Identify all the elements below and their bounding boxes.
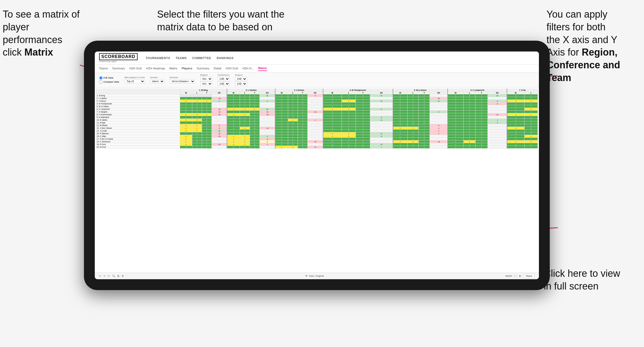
matrix-cell: 1: [419, 127, 430, 130]
gender-select[interactable]: Men's: [150, 79, 164, 83]
watch-label[interactable]: Watch: [505, 275, 512, 277]
subnav-matrix-active[interactable]: Matrix: [258, 66, 267, 71]
matrix-cell: 13: [488, 94, 507, 97]
player-name-cell: 6. C Lamprecht: [96, 108, 180, 111]
matrix-cell: 4: [488, 121, 507, 124]
matrix-cell: 2: [202, 140, 212, 143]
matrix-cell: 2: [180, 113, 192, 116]
matrix-cell: 2: [507, 105, 524, 108]
subnav-players[interactable]: Players: [182, 66, 192, 71]
matrix-cell: 1: [240, 143, 250, 146]
matrix-cell: 1: [488, 119, 507, 121]
subnav-matrix[interactable]: Matrix: [169, 66, 177, 71]
subnav-h2h-heatmap[interactable]: H2H Heatmap: [146, 66, 165, 71]
matrix-cell: 0: [298, 135, 307, 138]
subnav-detail[interactable]: Detail: [214, 66, 221, 71]
matrix-cell: 1: [192, 127, 202, 130]
matrix-cell: 1: [180, 116, 192, 119]
subnav-h2hh[interactable]: H2H H...: [242, 66, 254, 71]
matrix-cell: 1: [341, 132, 356, 135]
compact-view-radio[interactable]: [99, 80, 103, 84]
matrix-cell: 2: [240, 100, 250, 102]
matrix-cell: 1: [227, 102, 240, 105]
subnav-teams[interactable]: Teams: [99, 66, 108, 71]
nav-rankings[interactable]: RANKINGS: [217, 56, 234, 60]
matrix-cell: 1: [250, 108, 259, 111]
zoom-icon[interactable]: 🔍: [112, 275, 115, 277]
view-label[interactable]: View: Original: [309, 275, 324, 277]
matrix-cell: 1: [476, 121, 488, 124]
matrix-cell: 0: [250, 119, 259, 121]
matrix-cell: 1: [448, 121, 463, 124]
settings-icon[interactable]: ⚙: [122, 275, 124, 277]
division-select[interactable]: NCAA Division I: [170, 79, 195, 83]
subnav-summary[interactable]: Summary: [112, 66, 125, 71]
matrix-cell: 2: [393, 105, 408, 108]
bottom-bar: ↩ ↪ ↩ 🔍 ⊞ ⚙ 👁 View: Original Watch ⛶ ⊞ S…: [95, 272, 539, 279]
subnav-h2h-grid[interactable]: H2H Grid: [129, 66, 142, 71]
matrix-cell: 1: [448, 116, 463, 119]
matrix-cell: [430, 143, 448, 146]
matrix-cell: 1: [524, 116, 538, 119]
matrix-cell: 1: [476, 140, 488, 143]
full-view-radio[interactable]: [99, 76, 103, 80]
undo-icon[interactable]: ↩: [99, 275, 101, 277]
max-players-select[interactable]: Top 25: [125, 79, 145, 83]
matrix-cell: 1: [240, 121, 250, 124]
nav-tournaments[interactable]: TOURNAMENTS: [146, 56, 170, 60]
col-header-jkoivun: 3. J Koivun: [275, 89, 323, 92]
compact-view-label[interactable]: Compact View: [99, 80, 119, 84]
players-select-1[interactable]: (All): [235, 77, 247, 81]
matrix-cell: 2: [288, 138, 298, 140]
matrix-cell: 0: [407, 94, 418, 97]
player-name-cell: 9. N Gabrielcik: [96, 116, 180, 119]
nav-icons[interactable]: ⊞: [117, 275, 119, 277]
matrix-cell: 1: [227, 135, 240, 138]
player-name-cell: 20. M Ford: [96, 146, 180, 149]
matrix-cell: 2: [524, 97, 538, 100]
conference-select-2[interactable]: (All): [218, 82, 230, 86]
players-select-2[interactable]: (All): [235, 82, 247, 86]
matrix-cell: 0: [250, 121, 259, 124]
matrix-cell: 2: [393, 130, 408, 132]
matrix-cell: 2: [407, 135, 418, 138]
matrix-cell: -2: [307, 94, 323, 97]
nav-committee[interactable]: COMMITTEE: [192, 56, 211, 60]
matrix-cell: 0: [448, 119, 463, 121]
matrix-cell: 2: [298, 108, 307, 111]
nav-teams[interactable]: TEAMS: [175, 56, 187, 60]
redo-icon[interactable]: ↪: [103, 275, 106, 277]
conference-select-1[interactable]: (All): [218, 77, 230, 81]
matrix-area[interactable]: 1. W Ding 2. L Clanton 3. J Koivun 4. M …: [95, 88, 539, 272]
matrix-cell: 1: [192, 138, 202, 140]
matrix-cell: 2: [524, 108, 538, 111]
filter-conference: Conference (All) (All): [218, 74, 230, 86]
filter-division: Division NCAA Division I: [170, 76, 195, 83]
subnav-summary2[interactable]: Summary: [197, 66, 209, 71]
matrix-cell: [192, 94, 202, 97]
matrix-cell: 1: [448, 138, 463, 140]
subnav-h2h-grid2[interactable]: H2H Grid: [226, 66, 238, 71]
undo2-icon[interactable]: ↩: [108, 275, 110, 277]
matrix-cell: -7: [430, 130, 448, 132]
matrix-cell: 0: [323, 97, 342, 100]
region-select-1[interactable]: N/A: [200, 77, 212, 81]
full-view-label[interactable]: Full View: [99, 76, 119, 80]
matrix-cell: 1: [275, 146, 288, 149]
matrix-cell: 0: [407, 132, 418, 135]
share-button[interactable]: Share: [523, 274, 535, 278]
region-select-2[interactable]: N/A: [200, 82, 212, 86]
grid-icon[interactable]: ⊞: [519, 275, 521, 277]
matrix-cell: [370, 138, 393, 140]
matrix-cell: [307, 97, 323, 100]
matrix-cell: [212, 140, 227, 143]
matrix-cell: 1: [463, 97, 476, 100]
matrix-cell: 2: [192, 135, 202, 138]
matrix-cell: 1: [275, 140, 288, 143]
screen-icon[interactable]: ⛶: [514, 275, 517, 277]
matrix-cell: 0: [524, 132, 538, 135]
matrix-cell: 1: [275, 124, 288, 127]
matrix-cell: -1: [307, 119, 323, 121]
matrix-cell: 1: [227, 124, 240, 127]
matrix-cell: [259, 116, 275, 119]
